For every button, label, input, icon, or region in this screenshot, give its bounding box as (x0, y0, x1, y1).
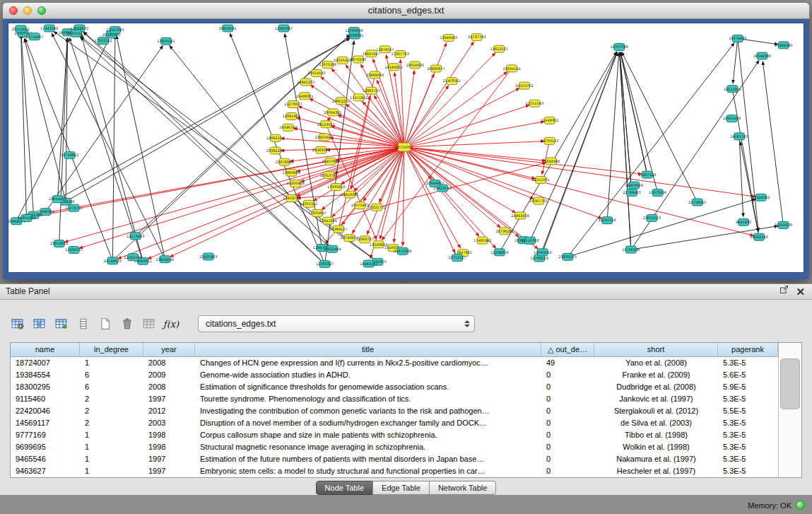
network-edge[interactable] (404, 147, 538, 249)
network-edge[interactable] (328, 163, 546, 221)
table-cell[interactable]: 9465546 (11, 453, 80, 465)
table-cell[interactable]: Jankovic et al. (1997) (594, 393, 718, 405)
network-graph[interactable]: 1516005313593859120687272272060424369127… (8, 23, 804, 272)
table-cell[interactable]: 0 (541, 393, 594, 405)
table-row[interactable]: 1456911722003Disruption of a novel membe… (11, 417, 778, 429)
network-edge[interactable] (25, 39, 66, 201)
table-cell[interactable]: 2012 (143, 405, 195, 417)
table-cell[interactable]: 1997 (143, 465, 195, 477)
network-edge[interactable] (32, 147, 404, 217)
table-cell[interactable]: 2008 (143, 381, 195, 393)
table-row[interactable]: 946554611997Estimation of the future num… (11, 453, 778, 465)
network-edge[interactable] (404, 147, 460, 248)
table-settings-icon[interactable] (10, 316, 25, 332)
network-edge[interactable] (58, 38, 350, 199)
table-cell[interactable]: Embryonic stem cells: a model to study s… (195, 465, 541, 477)
window-titlebar[interactable]: citations_edges.txt (3, 3, 809, 19)
network-edge[interactable] (21, 35, 34, 216)
table-cell[interactable]: 5.3E-5 (718, 393, 778, 405)
table-cell[interactable]: 1 (80, 357, 143, 369)
network-edge[interactable] (530, 52, 617, 240)
table-cell[interactable]: Changes of HCN gene expression and I(f) … (195, 357, 541, 369)
network-edge[interactable] (25, 39, 112, 261)
column-header-name[interactable]: name (11, 343, 80, 357)
table-source-dropdown[interactable]: citations_edges.txt (198, 315, 475, 332)
table-cell[interactable]: 0 (541, 369, 594, 381)
new-file-icon[interactable] (98, 316, 113, 332)
table-cell[interactable]: 1 (80, 453, 143, 465)
column-header-pagerank[interactable]: pagerank (718, 343, 778, 357)
network-edge[interactable] (404, 147, 642, 174)
table-cell[interactable]: Estimation of the future numbers of pati… (195, 453, 541, 465)
table-cell[interactable]: Dudbridge et al. (2008) (594, 381, 718, 393)
network-edge[interactable] (733, 38, 738, 83)
network-edge[interactable] (404, 42, 473, 147)
table-cell[interactable]: 1998 (143, 429, 195, 441)
network-edge[interactable] (16, 40, 109, 221)
network-edge[interactable] (367, 147, 404, 234)
table-cell[interactable]: Investigating the contribution of common… (195, 405, 541, 417)
network-edge[interactable] (404, 141, 544, 147)
table-row[interactable]: 2242004622012Investigating the contribut… (11, 405, 778, 417)
collapse-arrow-icon[interactable] (400, 279, 407, 283)
zoom-window-button[interactable] (37, 6, 46, 15)
network-edge[interactable] (81, 34, 143, 262)
table-cell[interactable]: 2 (80, 417, 143, 429)
column-header-year[interactable]: year (143, 343, 195, 357)
table-cell[interactable]: 5.3E-5 (718, 357, 778, 369)
network-edge[interactable] (404, 105, 529, 147)
network-edge[interactable] (739, 136, 743, 216)
table-cell[interactable]: 6 (80, 369, 143, 381)
table-cell[interactable]: 5.3E-5 (718, 417, 778, 429)
table-cell[interactable]: 6 (80, 381, 143, 393)
network-edge[interactable] (170, 45, 332, 249)
network-edge[interactable] (404, 147, 755, 197)
table-cell[interactable]: 1 (80, 465, 143, 477)
network-edge[interactable] (69, 37, 143, 261)
table-cell[interactable]: Hescheler et al. (1997) (594, 465, 718, 477)
table-cell[interactable]: de Silva et al. (2003) (594, 417, 718, 429)
network-edge[interactable] (620, 52, 647, 175)
table-row[interactable]: 911546021997Tourette syndrome. Phenomeno… (11, 393, 778, 405)
add-column-icon[interactable] (54, 316, 69, 332)
column-header-title[interactable]: title (195, 343, 541, 357)
network-edge[interactable] (363, 102, 404, 147)
table-cell[interactable]: Genome-wide association studies in ADHD. (195, 369, 541, 381)
table-cell[interactable]: 0 (541, 453, 594, 465)
network-edge[interactable] (21, 35, 27, 218)
table-cell[interactable]: 2003 (143, 417, 195, 429)
table-cell[interactable]: 18724007 (11, 357, 80, 369)
table-cell[interactable]: 0 (541, 381, 594, 393)
function-builder-icon[interactable]: ƒ(x) (163, 316, 179, 332)
table-cell[interactable]: 0 (541, 417, 594, 429)
network-edge[interactable] (404, 147, 534, 199)
table-row[interactable]: 946362711997Embryonic stem cells: a mode… (11, 465, 778, 477)
table-row[interactable]: 969969511998Structural magnetic resonanc… (11, 441, 778, 453)
table-cell[interactable]: Franke et al. (2009) (594, 369, 718, 381)
table-cell[interactable]: 14569117 (11, 417, 80, 429)
network-edge[interactable] (567, 199, 755, 257)
table-cell[interactable]: Corpus callosum shape and size in male p… (195, 429, 541, 441)
table-cell[interactable]: 5.3E-5 (718, 441, 778, 453)
table-cell[interactable]: Yano et al. (2008) (594, 357, 718, 369)
table-cell[interactable]: 2009 (143, 369, 195, 381)
table-cell[interactable]: 9115460 (11, 393, 80, 405)
table-scrollbar[interactable] (778, 343, 801, 477)
table-cell[interactable]: 22420046 (11, 405, 80, 417)
table-cell[interactable]: 5.3E-5 (718, 453, 778, 465)
close-window-button[interactable] (9, 6, 18, 15)
table-cell[interactable]: 9777169 (11, 429, 80, 441)
table-cell[interactable]: 5.3E-5 (718, 429, 778, 441)
table-cell[interactable]: Wolkin et al. (1998) (594, 441, 718, 453)
table-row[interactable]: 1830029562008Estimation of significance … (11, 381, 778, 393)
table-cell[interactable]: Stergiakouli et al. (2012) (594, 405, 718, 417)
network-edge[interactable] (620, 52, 631, 250)
table-cell[interactable]: 1997 (143, 393, 195, 405)
network-edge[interactable] (607, 52, 619, 220)
table-cell[interactable]: 1997 (143, 453, 195, 465)
table-cell[interactable]: Tibbo et al. (1998) (594, 429, 718, 441)
table-cell[interactable]: 0 (541, 441, 594, 453)
network-edge[interactable] (83, 32, 332, 249)
column-header-out_de[interactable]: △ out_de… (541, 343, 594, 357)
network-edge[interactable] (354, 147, 404, 191)
